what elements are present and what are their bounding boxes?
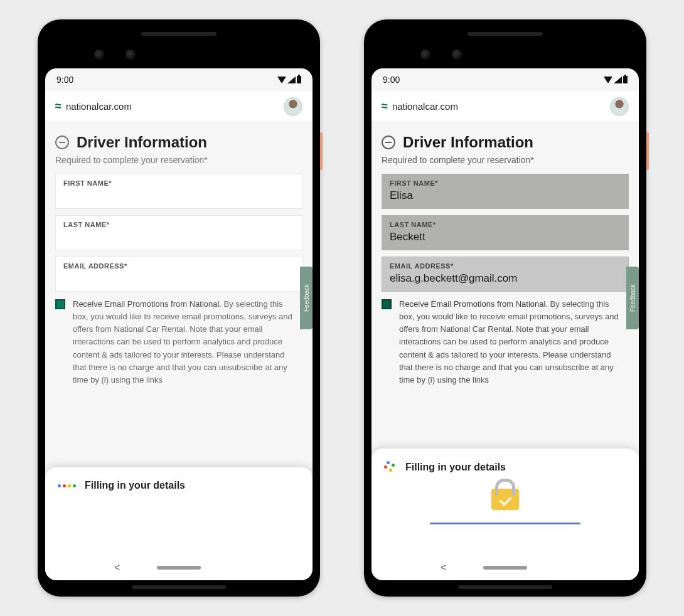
assistant-title: Filling in your details	[85, 480, 185, 491]
page-content: Driver Information Required to complete …	[371, 122, 639, 580]
status-bar: 9:00	[45, 68, 313, 91]
progress-bar	[430, 523, 580, 524]
field-label: FIRST NAME*	[63, 179, 294, 187]
page-subheading: Required to complete your reservation*	[55, 155, 302, 165]
lock-check-icon	[491, 489, 519, 510]
field-label: FIRST NAME*	[390, 179, 621, 187]
field-value	[63, 231, 294, 243]
collapse-icon[interactable]	[382, 135, 395, 149]
front-camera	[126, 50, 136, 60]
field-label: EMAIL ADDRESS*	[390, 262, 621, 270]
field-value	[63, 272, 294, 285]
phone-right: 9:00 ≈ nationalcar.com Driver Informatio…	[364, 19, 646, 597]
field-label: EMAIL ADDRESS*	[63, 262, 294, 270]
promo-title: Receive Email Promotions from National.	[399, 299, 548, 309]
url-text: nationalcar.com	[66, 101, 277, 112]
android-nav-bar: <	[371, 555, 639, 580]
status-bar: 9:00	[371, 68, 639, 91]
phone-left: 9:00 ≈ nationalcar.com Driver Informatio…	[38, 19, 320, 597]
profile-avatar[interactable]	[610, 97, 629, 116]
first-name-field[interactable]: FIRST NAME* Elisa	[382, 174, 629, 209]
front-camera	[452, 50, 462, 60]
feedback-tab[interactable]: Feedback	[300, 267, 313, 329]
last-name-field[interactable]: LAST NAME* Beckett	[382, 215, 629, 250]
battery-icon	[297, 76, 301, 83]
back-icon[interactable]: <	[114, 562, 120, 573]
phone-speaker	[141, 32, 216, 36]
field-value: Beckett	[390, 231, 621, 243]
url-text: nationalcar.com	[392, 101, 604, 112]
email-field[interactable]: EMAIL ADDRESS* elisa.g.beckett@gmail.com	[382, 257, 629, 292]
collapse-icon[interactable]	[55, 135, 69, 149]
promo-body: By selecting this box, you would like to…	[73, 299, 292, 385]
assistant-title: Filling in your details	[405, 462, 506, 473]
field-value: Elisa	[390, 189, 621, 202]
cell-signal-icon	[614, 77, 622, 83]
wifi-icon	[604, 77, 612, 83]
home-pill[interactable]	[157, 566, 201, 570]
phone-speaker	[458, 585, 552, 589]
status-time: 9:00	[383, 75, 400, 85]
promo-title: Receive Email Promotions from National.	[73, 299, 222, 309]
promo-checkbox-row: Receive Email Promotions from National. …	[382, 298, 629, 386]
front-camera	[420, 50, 430, 60]
phone-speaker	[468, 32, 543, 36]
assistant-dots-icon	[58, 484, 76, 487]
screen: 9:00 ≈ nationalcar.com Driver Informatio…	[45, 68, 313, 580]
battery-icon	[623, 76, 628, 83]
email-field[interactable]: EMAIL ADDRESS*	[55, 257, 302, 292]
phone-speaker	[132, 585, 226, 589]
page-heading: Driver Information	[77, 134, 207, 151]
profile-avatar[interactable]	[284, 97, 302, 116]
site-logo-icon: ≈	[382, 100, 386, 113]
front-camera	[94, 50, 104, 60]
site-logo-icon: ≈	[55, 100, 60, 113]
wifi-icon	[277, 77, 286, 83]
screen: 9:00 ≈ nationalcar.com Driver Informatio…	[371, 68, 639, 580]
first-name-field[interactable]: FIRST NAME*	[55, 174, 302, 209]
browser-url-bar[interactable]: ≈ nationalcar.com	[371, 91, 639, 122]
browser-url-bar[interactable]: ≈ nationalcar.com	[45, 91, 313, 122]
status-time: 9:00	[56, 75, 73, 85]
promo-checkbox-row: Receive Email Promotions from National. …	[55, 298, 302, 386]
page-subheading: Required to complete your reservation*	[382, 155, 629, 165]
field-label: LAST NAME*	[63, 221, 294, 228]
page-content: Driver Information Required to complete …	[45, 122, 313, 580]
promo-checkbox[interactable]	[382, 299, 392, 309]
field-value	[63, 189, 294, 202]
cell-signal-icon	[287, 77, 296, 83]
field-value: elisa.g.beckett@gmail.com	[390, 272, 621, 285]
promo-checkbox[interactable]	[55, 299, 65, 309]
assistant-dots-icon	[384, 461, 397, 474]
field-label: LAST NAME*	[390, 221, 621, 228]
page-heading: Driver Information	[403, 134, 533, 151]
promo-body: By selecting this box, you would like to…	[399, 299, 619, 385]
feedback-tab[interactable]: Feedback	[626, 267, 639, 329]
last-name-field[interactable]: LAST NAME*	[55, 215, 302, 250]
home-pill[interactable]	[483, 566, 527, 570]
back-icon[interactable]: <	[441, 562, 446, 573]
android-nav-bar: <	[45, 555, 313, 580]
